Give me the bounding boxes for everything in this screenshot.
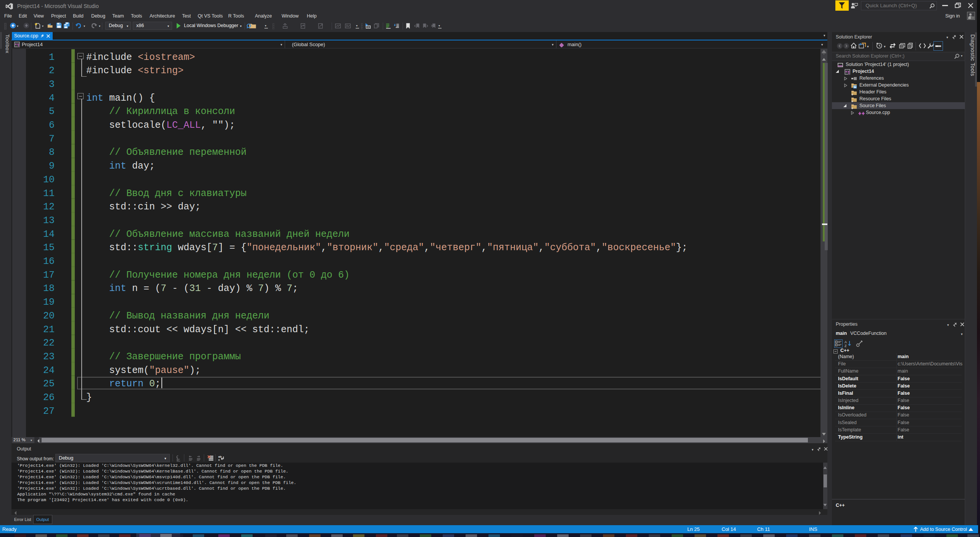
svg-text:Z: Z (845, 344, 847, 347)
svg-text:A: A (845, 340, 847, 344)
svg-text:c: c (218, 458, 220, 461)
